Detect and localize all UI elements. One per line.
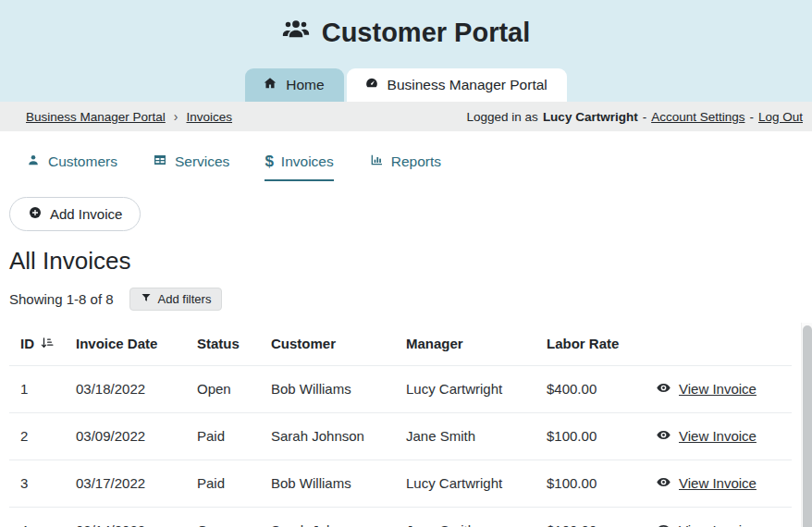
cell-manager: Jane Smith: [399, 507, 539, 527]
column-header-labor-rate: Labor Rate: [539, 323, 648, 365]
view-invoice-label: View Invoice: [679, 428, 757, 444]
view-invoice-label: View Invoice: [679, 522, 757, 527]
nav-label-services: Services: [175, 153, 229, 170]
app-title: Customer Portal: [322, 18, 531, 48]
chart-bar-icon: [369, 153, 384, 171]
app-header: Customer Portal Home Business Manager Po…: [0, 0, 812, 102]
add-filters-button[interactable]: Add filters: [129, 288, 223, 311]
add-invoice-button[interactable]: Add Invoice: [9, 197, 141, 231]
breadcrumb-bar: Business Manager Portal › Invoices Logge…: [0, 102, 812, 131]
cell-labor-rate: $100.00: [539, 460, 648, 507]
table-scrollbar-track[interactable]: [801, 323, 812, 527]
gauge-icon: [364, 76, 379, 94]
invoices-table-container: ID Invoice Date Status Customer Manager …: [9, 323, 812, 527]
cell-labor-rate: $400.00: [539, 365, 648, 412]
cell-manager: Jane Smith: [399, 412, 539, 460]
view-invoice-label: View Invoice: [679, 475, 757, 491]
log-out-link[interactable]: Log Out: [758, 110, 803, 124]
cell-id: 2: [9, 412, 68, 460]
column-header-id[interactable]: ID: [9, 323, 68, 365]
cell-customer: Bob Williams: [264, 365, 399, 412]
add-invoice-label: Add Invoice: [50, 206, 122, 222]
session-dash: -: [643, 110, 647, 124]
filter-icon: [141, 292, 152, 306]
cell-id: 1: [9, 365, 68, 412]
home-icon: [263, 76, 277, 94]
showing-count: Showing 1-8 of 8: [9, 291, 114, 307]
tab-home[interactable]: Home: [245, 68, 343, 102]
breadcrumb-separator: ›: [174, 109, 178, 124]
view-invoice-link[interactable]: View Invoice: [656, 474, 757, 493]
cell-invoice-date: 03/14/2022: [68, 507, 190, 527]
session-info: Logged in as Lucy Cartwright - Account S…: [467, 110, 803, 124]
column-header-manager: Manager: [399, 323, 539, 365]
nav-item-reports[interactable]: Reports: [369, 153, 441, 181]
dollar-icon: $: [265, 155, 273, 168]
cell-labor-rate: $100.00: [539, 507, 648, 527]
column-label-id: ID: [20, 336, 34, 351]
page-title: All Invoices: [9, 247, 812, 276]
tab-home-label: Home: [286, 77, 324, 93]
breadcrumb-link-business-manager-portal[interactable]: Business Manager Portal: [26, 110, 166, 124]
view-invoice-link[interactable]: View Invoice: [656, 427, 757, 446]
nav-label-customers: Customers: [48, 153, 117, 170]
column-header-actions: [648, 323, 792, 365]
cell-customer: Bob Williams: [264, 460, 399, 507]
portal-tabs: Home Business Manager Portal: [0, 68, 812, 102]
page-title-row: Customer Portal: [0, 0, 812, 50]
table-icon: [153, 153, 167, 171]
eye-icon: [656, 380, 671, 398]
table-row: 3 03/17/2022 Paid Bob Williams Lucy Cart…: [9, 460, 792, 507]
nav-item-services[interactable]: Services: [153, 153, 229, 181]
table-row: 4 03/14/2022 Open Sarah Johnson Jane Smi…: [9, 507, 792, 527]
cell-status: Paid: [190, 412, 264, 460]
nav-item-customers[interactable]: Customers: [26, 153, 117, 181]
users-icon: [282, 16, 310, 50]
cell-invoice-date: 03/17/2022: [68, 460, 190, 507]
eye-icon: [656, 427, 671, 446]
cell-status: Paid: [190, 460, 264, 507]
view-invoice-link[interactable]: View Invoice: [656, 521, 757, 527]
logged-in-user: Lucy Cartwright: [543, 110, 638, 124]
table-row: 1 03/18/2022 Open Bob Williams Lucy Cart…: [9, 365, 792, 412]
view-invoice-link[interactable]: View Invoice: [656, 380, 757, 398]
logged-in-prefix: Logged in as: [467, 110, 538, 124]
section-nav: Customers Services $ Invoices Reports: [0, 131, 812, 181]
user-icon: [26, 153, 41, 171]
plus-circle-icon: [28, 205, 43, 223]
cell-invoice-date: 03/18/2022: [68, 365, 190, 412]
nav-label-invoices: Invoices: [281, 153, 334, 170]
eye-icon: [656, 474, 671, 493]
showing-row: Showing 1-8 of 8 Add filters: [9, 288, 812, 311]
column-header-customer: Customer: [264, 323, 399, 365]
cell-customer: Sarah Johnson: [264, 412, 399, 460]
cell-manager: Lucy Cartwright: [399, 460, 539, 507]
cell-labor-rate: $100.00: [539, 412, 648, 460]
sort-icon[interactable]: [40, 336, 54, 352]
nav-item-invoices[interactable]: $ Invoices: [265, 153, 333, 181]
view-invoice-label: View Invoice: [679, 381, 757, 397]
column-header-invoice-date: Invoice Date: [68, 323, 190, 365]
eye-icon: [656, 521, 671, 527]
nav-label-reports: Reports: [391, 153, 441, 170]
account-settings-link[interactable]: Account Settings: [651, 110, 744, 124]
cell-manager: Lucy Cartwright: [399, 365, 539, 412]
table-scrollbar-thumb[interactable]: [803, 325, 812, 527]
tab-business-manager-portal[interactable]: Business Manager Portal: [347, 68, 567, 102]
cell-id: 4: [9, 507, 68, 527]
cell-customer: Sarah Johnson: [264, 507, 399, 527]
cell-id: 3: [9, 460, 68, 507]
cell-status: Open: [190, 365, 264, 412]
cell-status: Open: [190, 507, 264, 527]
session-dash: -: [749, 110, 754, 124]
breadcrumb: Business Manager Portal › Invoices: [26, 109, 232, 124]
column-header-status: Status: [190, 323, 264, 365]
breadcrumb-link-invoices[interactable]: Invoices: [187, 110, 233, 124]
add-filters-label: Add filters: [158, 292, 212, 306]
table-header-row: ID Invoice Date Status Customer Manager …: [9, 323, 792, 365]
invoices-table: ID Invoice Date Status Customer Manager …: [9, 323, 792, 527]
table-row: 2 03/09/2022 Paid Sarah Johnson Jane Smi…: [9, 412, 792, 460]
cell-invoice-date: 03/09/2022: [68, 412, 190, 460]
tab-business-manager-portal-label: Business Manager Portal: [388, 77, 547, 93]
